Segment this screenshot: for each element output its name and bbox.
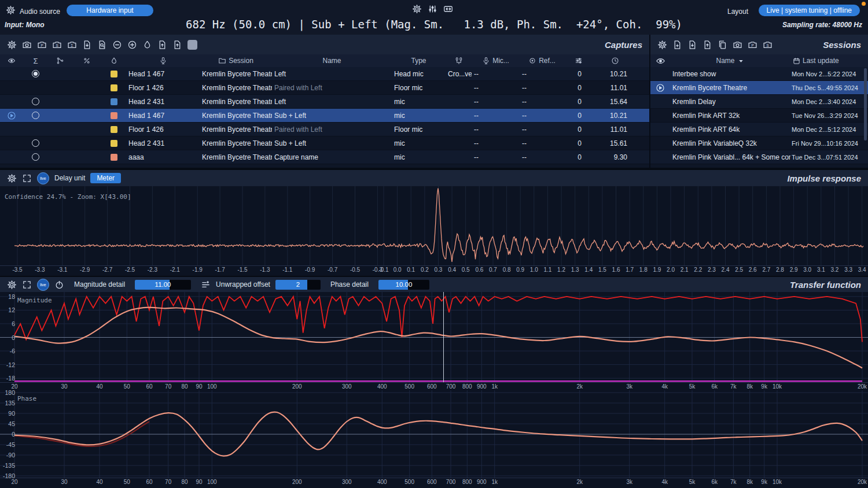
session-row[interactable]: Kremlin Pink VariableQ 32kFri Nov 29...1… xyxy=(650,136,868,150)
capture-color-swatch[interactable] xyxy=(101,136,126,150)
doc-export-icon[interactable] xyxy=(172,40,182,50)
capture-row[interactable]: Head 1 467Kremlin Bycetre TheatreSub + L… xyxy=(0,109,649,123)
impulse-live-button[interactable]: live xyxy=(37,172,49,184)
delay-unit-meter-button[interactable]: Meter xyxy=(90,173,121,183)
visibility-column-eye-icon[interactable] xyxy=(8,57,16,65)
capture-color-swatch[interactable] xyxy=(101,150,126,164)
doc-export-icon[interactable] xyxy=(157,40,167,50)
mic-column-header[interactable]: Mic... xyxy=(492,57,509,65)
sessions-toolbar: PS Sessions xyxy=(650,35,868,54)
camera-s-icon[interactable]: S xyxy=(52,40,62,50)
capture-row[interactable]: Floor 1 426Kremlin Bycetre TheatrePaired… xyxy=(0,123,649,136)
capture-color-swatch[interactable] xyxy=(101,81,126,94)
drop-icon[interactable] xyxy=(142,40,152,50)
impulse-plot[interactable]: Confidence 24.7% - Zoom: X[43.00] xyxy=(0,186,868,266)
crossover-column-icon[interactable] xyxy=(455,57,463,65)
phase-plot[interactable]: Phase 18013590450-45-90-135-180 xyxy=(0,390,868,478)
color-column-drop-icon[interactable] xyxy=(110,57,118,65)
session-row[interactable]: Kremlin DelayMon Dec 2...3:40 2024 xyxy=(650,95,868,109)
doc-copy-icon[interactable] xyxy=(718,40,727,50)
time-column-icon[interactable] xyxy=(611,57,619,65)
capture-select-radio[interactable] xyxy=(23,109,48,122)
capture-row[interactable]: Floor 1 426Kremlin Bycetre TheatrePaired… xyxy=(0,81,649,95)
phase-detail-input[interactable]: 10.00 xyxy=(378,280,429,290)
freq-x-tick: 4k xyxy=(657,383,672,390)
link-column-icon[interactable] xyxy=(56,57,64,65)
camera-p-icon[interactable]: P xyxy=(748,40,757,50)
layout-label[interactable]: Layout xyxy=(727,8,748,16)
sessions-scrollbar[interactable] xyxy=(864,68,867,141)
capture-row[interactable]: Head 1 467Kremlin Bycetre TheatreLeftHea… xyxy=(0,67,649,81)
session-row[interactable]: Interbee showMon Nov 2...5:22 2024 xyxy=(650,67,868,81)
capture-select-radio[interactable] xyxy=(23,150,48,164)
sort-down-icon[interactable] xyxy=(737,57,745,65)
capture-device: Head 1 467 xyxy=(126,109,200,122)
doc-zoom-icon[interactable] xyxy=(97,40,107,50)
camera-icon[interactable] xyxy=(733,40,742,50)
capture-name: Sub + Left xyxy=(272,136,392,150)
doc-export-icon[interactable] xyxy=(703,40,712,50)
session-last-update: Fri Nov 29...10:16 2024 xyxy=(790,136,868,150)
session-column-header[interactable]: Session xyxy=(229,57,253,65)
capture-select-radio[interactable] xyxy=(23,136,48,150)
plus-circle-icon[interactable] xyxy=(127,40,137,50)
capture-play-button[interactable] xyxy=(0,109,23,122)
doc-new-icon[interactable] xyxy=(672,40,682,50)
magnitude-chart[interactable] xyxy=(0,292,868,383)
camera-s-icon[interactable]: S xyxy=(763,40,773,50)
capture-color-swatch[interactable] xyxy=(101,67,126,80)
session-row[interactable]: Kremlin Pink Variabl... 64k + Some comme… xyxy=(650,150,868,164)
type-column-header[interactable]: Type xyxy=(392,54,446,67)
capture-select-radio[interactable] xyxy=(23,95,48,108)
capture-color-swatch[interactable] xyxy=(101,95,126,108)
gear-icon[interactable] xyxy=(412,4,422,14)
doc-import-icon[interactable] xyxy=(82,40,92,50)
unwrapped-offset-icon[interactable] xyxy=(201,280,211,290)
freq-x-tick: 1k xyxy=(487,383,502,390)
session-row[interactable]: Kremlin Pink ART 32kTue Nov 26...3:29 20… xyxy=(650,109,868,123)
impulse-waveform[interactable] xyxy=(0,186,868,266)
capture-row[interactable]: aaaaKremlin Bycetre TheatreCapture namem… xyxy=(0,150,649,164)
device-column-mic-icon[interactable] xyxy=(159,57,167,65)
impulse-fullscreen-icon[interactable] xyxy=(22,173,32,183)
sessions-last-update-header[interactable]: Last update xyxy=(803,57,839,65)
transfer-fullscreen-icon[interactable] xyxy=(22,280,32,290)
minus-circle-icon[interactable] xyxy=(112,40,122,50)
capture-row[interactable]: Head 2 431Kremlin Bycetre TheatreLeftmic… xyxy=(0,95,649,109)
magnitude-detail-input[interactable]: 11.00 xyxy=(135,280,191,290)
camera-p-icon[interactable]: P xyxy=(37,40,47,50)
swatch-icon[interactable] xyxy=(187,40,197,50)
gear-icon[interactable] xyxy=(657,40,667,50)
mode-button[interactable]: Live | system tuning | offline xyxy=(759,5,860,16)
ref-column-header[interactable]: Ref... xyxy=(539,57,556,65)
gain-column-icon[interactable] xyxy=(575,57,583,65)
camera-icon[interactable] xyxy=(22,40,32,50)
freq-x-tick: 50 xyxy=(119,383,134,390)
hardware-input-button[interactable]: Hardware input xyxy=(67,5,153,16)
sessions-eye-icon[interactable] xyxy=(653,56,668,66)
capture-color-swatch[interactable] xyxy=(101,109,126,122)
name-column-header[interactable]: Name xyxy=(272,54,392,67)
gear-icon[interactable] xyxy=(7,40,17,50)
transfer-settings-gear-icon[interactable] xyxy=(7,280,17,290)
capture-select-radio[interactable] xyxy=(23,67,48,80)
phase-chart[interactable] xyxy=(0,390,868,478)
sum-column-icon[interactable]: Σ xyxy=(33,57,38,65)
magnitude-plot[interactable]: Magnitude 181260-6-12-18 xyxy=(0,292,868,383)
session-play-button[interactable] xyxy=(650,81,670,94)
doc-import-icon[interactable] xyxy=(687,40,697,50)
unwrapped-offset-input[interactable]: 2 xyxy=(275,280,321,290)
session-row[interactable]: Kremlin Pink ART 64kMon Dec 2...5:12 202… xyxy=(650,123,868,136)
io-icon[interactable] xyxy=(443,4,453,14)
polarity-icon[interactable] xyxy=(54,280,64,290)
transfer-live-button[interactable]: live xyxy=(37,279,49,291)
session-row[interactable]: Kremlin Bycetre TheatreThu Dec 5...49:55… xyxy=(650,81,868,95)
audio-settings-gear-icon[interactable] xyxy=(6,5,16,15)
calibration-column-icon[interactable] xyxy=(83,57,91,65)
sessions-name-header[interactable]: Name xyxy=(716,57,734,65)
camera-sum-icon[interactable]: Σ xyxy=(67,40,77,50)
capture-row[interactable]: Head 2 431Kremlin Bycetre TheatreSub + L… xyxy=(0,136,649,150)
capture-color-swatch[interactable] xyxy=(101,123,126,136)
sliders-v-icon[interactable] xyxy=(428,4,437,14)
impulse-settings-gear-icon[interactable] xyxy=(7,173,17,183)
